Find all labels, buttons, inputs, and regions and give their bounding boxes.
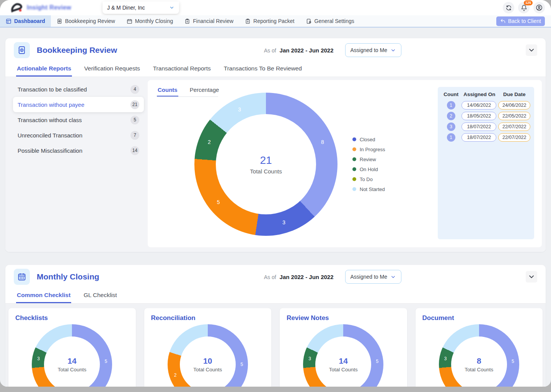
nav-item-label: Bookkeeping Review — [65, 18, 115, 24]
assignment-table-header: Count Assigned On Due Date — [442, 91, 530, 97]
tab-counts[interactable]: Counts — [157, 85, 178, 96]
report-item-transaction-without-class[interactable]: Transaction without class 5 — [13, 112, 144, 127]
legend-label: In Progress — [360, 147, 385, 152]
nav-item-dashboard[interactable]: Dashbaoard — [0, 15, 51, 27]
main-nav: Dashbaoard Bookkeeping Review Monthly Cl… — [0, 15, 551, 28]
donut-total-value: 14 — [41, 356, 103, 366]
legend-label: Review — [360, 157, 376, 162]
status-chart-card: Counts Percentage 21 Total Counts 83523 … — [148, 80, 542, 247]
tab-common-checklist[interactable]: Common Checklist — [16, 289, 71, 303]
legend-dot — [352, 147, 356, 151]
nav-item-label: Financial Review — [193, 18, 233, 24]
report-item-label: Transaction without payee — [18, 101, 85, 108]
nav-item-label: Monthly Closing — [135, 18, 173, 24]
brand-logo: Insight Review — [0, 3, 71, 13]
report-item-label: Transaction to be classified — [18, 86, 87, 93]
document-donut-chart[interactable]: 8 Total Counts 53 — [439, 324, 519, 387]
donut-total-value: 8 — [448, 356, 510, 366]
assignee-filter-dropdown[interactable]: Assigned to Me — [345, 270, 402, 284]
monthly-title: Monthly Closing — [37, 272, 99, 281]
legend-item-not-started: Not Started — [352, 184, 385, 194]
nav-item-bookkeeping-review[interactable]: Bookkeeping Review — [51, 15, 121, 27]
client-selector[interactable]: J & M Diner, Inc — [103, 2, 179, 14]
report-item-transaction-without-payee[interactable]: Transaction without payee 21 — [13, 97, 144, 112]
monthly-collapse-button[interactable] — [526, 271, 537, 283]
report-item-unreconciled-transaction[interactable]: Unreconciled Transaction 7 — [13, 127, 144, 143]
tab-actionable-reports[interactable]: Actionable Reports — [16, 62, 72, 77]
chart-mode-tabs: Counts Percentage — [157, 85, 218, 97]
bookkeeping-review-section: Bookkeeping Review As of Jan 2022 - Jun … — [5, 38, 546, 252]
asof-period: Jan 2022 - Jun 2022 — [280, 47, 334, 54]
notifications-button[interactable]: 125 — [518, 2, 530, 13]
due-date-pill: 22/05/2022 — [498, 112, 530, 120]
nav-item-financial-review[interactable]: Financial Review — [179, 15, 239, 27]
clipboard-icon — [184, 18, 190, 24]
status-donut-chart[interactable]: 21 Total Counts 83523 — [194, 93, 337, 236]
bookkeeping-collapse-button[interactable] — [526, 44, 537, 56]
col-header-count: Count — [442, 91, 460, 97]
chevron-down-icon — [169, 5, 174, 10]
back-to-client-label: Back to Client — [508, 18, 541, 24]
row-count-badge: 2 — [447, 112, 455, 120]
assignee-filter-value: Assigned to Me — [350, 47, 388, 53]
settings-doc-icon — [306, 18, 312, 24]
assignee-filter-dropdown[interactable]: Assigned to Me — [345, 43, 402, 57]
donut-center: 10 Total Counts — [177, 356, 238, 372]
report-count-badge: 21 — [130, 100, 139, 109]
donut-total-value: 10 — [177, 356, 238, 366]
donut-total-label: Total Counts — [177, 367, 238, 372]
report-item-label: Unreconciled Transaction — [18, 132, 82, 139]
card-title: Review Notes — [287, 314, 400, 322]
donut-total-value: 14 — [313, 356, 374, 366]
bookkeeping-content: Transaction to be classified 4 Transacti… — [5, 77, 546, 252]
donut-segment-label: 5 — [512, 359, 514, 364]
tab-transactions-to-be-reviewed[interactable]: Transactions To Be Reviewed — [223, 62, 303, 77]
nav-item-monthly-closing[interactable]: Monthly Closing — [121, 15, 179, 27]
table-row: 1 18/07/2022 22/07/2022 — [442, 133, 530, 142]
tab-transactional-reports[interactable]: Transactional Reports — [152, 62, 212, 77]
donut-segment-label: 5 — [376, 359, 379, 364]
legend-dot — [352, 137, 356, 141]
tab-percentage[interactable]: Percentage — [189, 85, 220, 96]
card-title: Document — [422, 314, 536, 322]
legend-label: To Do — [360, 176, 373, 182]
nav-item-reporting-packet[interactable]: Reporting Packet — [239, 15, 300, 27]
sync-button[interactable] — [503, 2, 514, 13]
nav-item-general-settings[interactable]: General Settings — [300, 15, 360, 27]
actionable-report-list: Transaction to be classified 4 Transacti… — [9, 80, 144, 247]
reply-arrow-icon — [500, 18, 506, 24]
chevron-down-icon — [390, 274, 396, 280]
tab-verification-requests[interactable]: Verification Requests — [83, 62, 141, 77]
due-date-pill: 22/07/2022 — [498, 122, 530, 131]
calendar-icon — [14, 269, 30, 285]
assignment-table: Count Assigned On Due Date 1 14/06/2022 … — [438, 87, 534, 239]
table-row: 3 18/07/2022 22/07/2022 — [442, 122, 530, 131]
legend-item-to-do: To Do — [352, 174, 385, 184]
monthly-asof: As of Jan 2022 - Jun 2022 — [264, 274, 334, 280]
bookkeeping-asof: As of Jan 2022 - Jun 2022 — [264, 47, 334, 54]
checklist-cards-row: Checklists 14 Total Counts 53 Reconcilia… — [5, 304, 546, 387]
nav-item-label: Dashbaoard — [14, 18, 45, 24]
topbar-actions: 125 — [503, 2, 545, 13]
donut-segment-label: 5 — [217, 199, 220, 205]
table-row: 2 18/05/2022 22/05/2022 — [442, 112, 530, 120]
profile-button[interactable] — [533, 2, 545, 13]
legend-dot — [352, 167, 356, 171]
report-count-badge: 5 — [130, 116, 139, 124]
report-item-possible-misclassification[interactable]: Possible Misclassification 14 — [13, 143, 144, 158]
row-count-badge: 1 — [447, 133, 455, 142]
report-item-transaction-to-be-classified[interactable]: Transaction to be classified 4 — [13, 82, 144, 97]
review-notes-donut-chart[interactable]: 14 Total Counts 53 — [303, 324, 383, 387]
chevron-down-icon — [528, 273, 535, 281]
monthly-closing-section: Monthly Closing As of Jan 2022 - Jun 202… — [5, 265, 546, 387]
donut-segment-label: 3 — [444, 356, 447, 361]
brand-logo-icon — [11, 3, 24, 13]
reconciliation-donut-chart[interactable]: 10 Total Counts 52 — [168, 324, 248, 387]
checklists-donut-chart[interactable]: 14 Total Counts 53 — [32, 324, 112, 387]
tab-gl-checklist[interactable]: GL Checklist — [83, 289, 117, 303]
back-to-client-button[interactable]: Back to Client — [496, 16, 545, 26]
client-selector-value: J & M Diner, Inc — [107, 5, 169, 11]
donut-segment-label: 5 — [105, 359, 108, 364]
sync-icon — [505, 5, 512, 11]
due-date-pill: 24/06/2022 — [498, 101, 530, 109]
